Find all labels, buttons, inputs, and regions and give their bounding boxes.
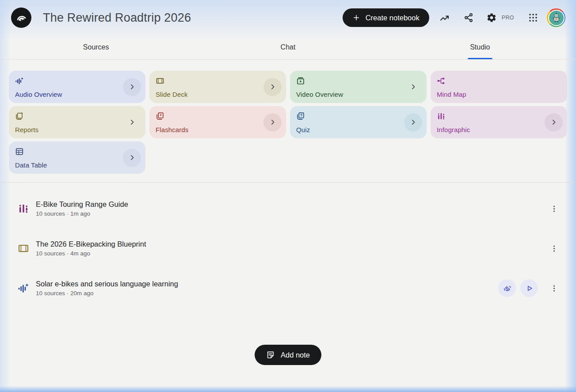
artifact-actions	[498, 279, 560, 297]
account-avatar[interactable]	[547, 8, 565, 27]
interactive-mode-button[interactable]	[498, 279, 516, 297]
chevron-right-icon	[269, 118, 277, 126]
robot-avatar	[551, 12, 562, 23]
chevron-right-icon	[128, 83, 136, 91]
artifact-actions	[542, 200, 560, 217]
share-button[interactable]	[460, 9, 477, 26]
note-icon	[266, 350, 275, 359]
tool-card-reports[interactable]: Reports	[9, 106, 145, 138]
artifact-text: E-Bike Touring Range Guide10 sources · 1…	[36, 200, 128, 217]
tool-card-video-overview[interactable]: Video Overview	[290, 71, 427, 103]
create-notebook-label: Create notebook	[366, 14, 420, 22]
tool-generate-chevron-button[interactable]	[123, 78, 141, 96]
tool-label: Data Table	[15, 161, 47, 169]
infographic-bars-icon	[437, 112, 446, 121]
share-icon	[463, 12, 474, 23]
robot-avatar	[548, 10, 565, 26]
audio-waveform-sparkle-icon	[18, 282, 29, 294]
add-note-button[interactable]: Add note	[255, 345, 321, 365]
artifact-meta: 10 sources · 4m ago	[36, 250, 146, 257]
slide-deck-icon	[18, 243, 29, 254]
kebab-menu-icon	[550, 284, 558, 293]
artifact-title: The 2026 E-Bikepacking Blueprint	[36, 240, 146, 248]
artifact-meta: 10 sources · 1m ago	[36, 210, 128, 217]
artifact-more-options-button[interactable]	[548, 240, 560, 257]
report-sparkle-icon	[15, 112, 139, 121]
apps-grid-icon	[528, 12, 538, 23]
infographic-bars-icon	[18, 203, 29, 214]
tool-label: Reports	[15, 126, 38, 133]
tool-generate-chevron-button[interactable]	[123, 148, 141, 167]
tab-chat[interactable]: Chat	[192, 35, 384, 59]
header-actions: Create notebook PRO	[343, 8, 565, 27]
flashcards-icon	[156, 112, 164, 121]
tool-card-mind-map[interactable]: Mind Map	[431, 71, 567, 103]
tool-card-slide-deck[interactable]: Slide Deck	[149, 71, 286, 103]
notebook-title[interactable]: The Rewired Roadtrip 2026	[43, 11, 191, 25]
artifact-row[interactable]: E-Bike Touring Range Guide10 sources · 1…	[0, 189, 576, 228]
data-table-icon	[15, 147, 24, 156]
footer: Add note	[0, 345, 576, 365]
quiz-icon: ?	[296, 112, 420, 121]
tool-generate-chevron-button[interactable]	[123, 113, 141, 131]
mind-map-icon	[437, 76, 446, 85]
artifact-row[interactable]: The 2026 E-Bikepacking Blueprint10 sourc…	[0, 228, 576, 268]
settings-button[interactable]	[483, 9, 500, 26]
data-table-icon	[15, 147, 139, 156]
tool-card-flashcards[interactable]: Flashcards	[149, 106, 286, 138]
artifact-text: The 2026 E-Bikepacking Blueprint10 sourc…	[36, 240, 146, 257]
video-overview-icon	[296, 76, 305, 85]
tool-label: Slide Deck	[156, 91, 188, 98]
artifact-row[interactable]: Solar e-bikes and serious language learn…	[0, 268, 576, 308]
analytics-button[interactable]	[436, 9, 453, 26]
tab-sources[interactable]: Sources	[0, 35, 192, 59]
chevron-right-icon	[128, 118, 136, 126]
slide-deck-icon	[156, 76, 280, 85]
tool-card-audio-overview[interactable]: Audio Overview	[9, 71, 145, 103]
chevron-right-icon	[409, 83, 417, 91]
tool-label: Flashcards	[156, 126, 188, 133]
settings-gear-icon	[486, 12, 497, 23]
studio-artifact-list: E-Bike Touring Range Guide10 sources · 1…	[0, 183, 576, 308]
tool-label: Audio Overview	[15, 91, 62, 98]
artifact-more-options-button[interactable]	[548, 279, 560, 297]
svg-text:?: ?	[300, 113, 302, 118]
plus-icon	[352, 14, 360, 22]
add-note-label: Add note	[281, 351, 310, 359]
top-bar: The Rewired Roadtrip 2026 Create noteboo…	[0, 0, 576, 35]
panel-tabs: SourcesChatStudio	[0, 35, 576, 60]
play-audio-button[interactable]	[520, 279, 538, 297]
note-icon	[266, 350, 275, 359]
kebab-menu-icon	[550, 205, 558, 213]
notebooklm-logo-icon	[15, 12, 27, 24]
tool-generate-chevron-button[interactable]	[404, 113, 422, 131]
settings-gear-icon	[486, 12, 497, 23]
artifact-meta: 10 sources · 20m ago	[36, 290, 178, 297]
tool-generate-chevron-button[interactable]	[263, 78, 282, 96]
tool-card-infographic[interactable]: Infographic	[431, 106, 567, 138]
tool-generate-chevron-button[interactable]	[263, 113, 282, 131]
slide-deck-icon	[18, 243, 29, 254]
chevron-right-icon	[128, 154, 136, 162]
tool-card-quiz[interactable]: ? Quiz	[290, 106, 427, 138]
notebooklm-logo[interactable]	[11, 8, 31, 28]
chevron-right-icon	[409, 118, 417, 126]
chevron-right-icon	[269, 83, 277, 91]
tab-studio[interactable]: Studio	[384, 35, 576, 59]
tool-card-data-table[interactable]: Data Table	[9, 141, 145, 174]
share-icon	[463, 12, 474, 23]
apps-grid-icon	[528, 12, 538, 23]
flashcards-icon	[156, 112, 280, 121]
tool-label: Mind Map	[437, 91, 466, 98]
tool-generate-chevron-button[interactable]	[545, 113, 563, 131]
studio-tools-grid: Audio Overview Slide Deck Video Overview…	[0, 60, 576, 174]
create-notebook-button[interactable]: Create notebook	[343, 8, 429, 27]
trending-up-icon	[439, 12, 450, 23]
tool-generate-chevron-button[interactable]	[404, 78, 422, 96]
infographic-bars-icon	[437, 112, 561, 121]
tool-label: Video Overview	[296, 91, 343, 98]
artifact-text: Solar e-bikes and serious language learn…	[36, 280, 178, 297]
artifact-more-options-button[interactable]	[548, 200, 560, 217]
google-apps-button[interactable]	[525, 9, 542, 26]
infographic-bars-icon	[18, 203, 29, 214]
